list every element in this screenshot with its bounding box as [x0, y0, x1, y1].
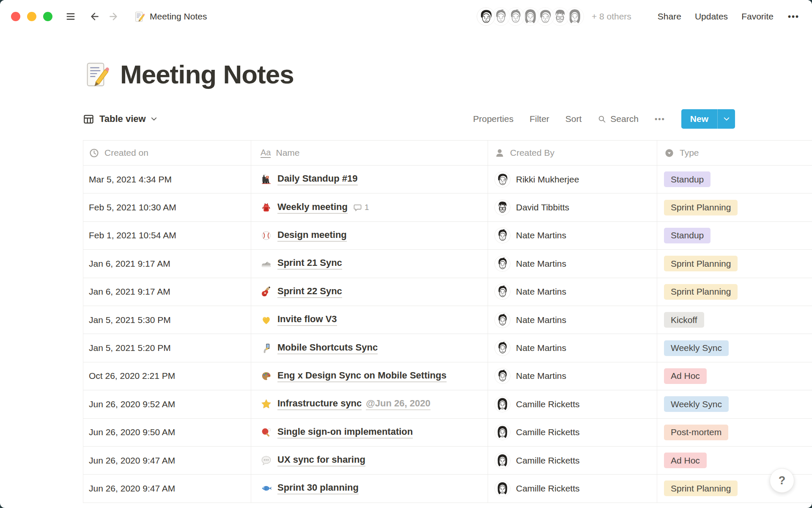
creator-avatar	[494, 199, 510, 215]
minimize-window-button[interactable]	[27, 12, 36, 21]
type-cell: Sprint Planning	[657, 250, 812, 277]
created-by-cell[interactable]: Camille Ricketts	[488, 447, 657, 474]
page-link[interactable]: Design meeting	[277, 229, 347, 242]
created-on-cell[interactable]: Jan 5, 2021 5:30 PM	[83, 306, 251, 334]
page-link[interactable]: Invite flow V3	[277, 314, 337, 326]
heart-icon	[261, 314, 272, 326]
chevron-down-icon	[723, 115, 730, 123]
created-on-cell[interactable]: Mar 5, 2021 4:34 PM	[83, 166, 251, 193]
others-count-label[interactable]: + 8 others	[592, 11, 631, 22]
created-by-cell[interactable]: Nate Martins	[488, 362, 657, 390]
page-link[interactable]: Daily Standup #19	[277, 173, 358, 185]
table-row: Jan 5, 2021 5:20 PMMobile Shortcuts Sync…	[83, 334, 812, 362]
created-on-cell[interactable]: Oct 26, 2020 2:21 PM	[83, 362, 251, 390]
zoom-window-button[interactable]	[43, 12, 52, 21]
creator-name: Nate Martins	[516, 259, 566, 269]
type-badge[interactable]: Standup	[664, 228, 710, 243]
creator-name: Nate Martins	[516, 371, 566, 381]
type-badge[interactable]: Standup	[664, 171, 710, 187]
created-on-cell[interactable]: Jun 26, 2020 9:47 AM	[83, 475, 251, 502]
search-label: Search	[610, 114, 639, 124]
select-icon	[664, 148, 675, 158]
new-button[interactable]: New	[681, 109, 717, 129]
created-by-cell[interactable]: Nate Martins	[488, 334, 657, 362]
page-link[interactable]: Single sign-on implementation	[277, 426, 413, 439]
created-by-cell[interactable]: Rikki Mukherjee	[488, 166, 657, 193]
page-title[interactable]: Meeting Notes	[120, 59, 294, 89]
view-switcher[interactable]: Table view	[83, 113, 158, 125]
type-badge[interactable]: Sprint Planning	[664, 284, 738, 300]
updates-button[interactable]: Updates	[695, 11, 728, 22]
back-arrow-icon[interactable]	[88, 10, 101, 23]
sidebar-menu-icon[interactable]	[64, 10, 77, 23]
help-button[interactable]: ?	[770, 468, 794, 493]
created-by-cell[interactable]: Nate Martins	[488, 250, 657, 277]
view-options-icon[interactable]: •••	[655, 115, 665, 124]
created-by-cell[interactable]: Camille Ricketts	[488, 390, 657, 418]
created-by-cell[interactable]: Camille Ricketts	[488, 419, 657, 446]
baseball-icon	[261, 230, 272, 241]
toolbar-actions: Properties Filter Sort Search ••• New	[473, 109, 735, 129]
created-on-cell[interactable]: Feb 5, 2021 10:30 AM	[83, 193, 251, 221]
sort-button[interactable]: Sort	[565, 114, 582, 124]
memo-icon[interactable]	[83, 61, 110, 88]
created-on-cell[interactable]: Jan 6, 2021 9:17 AM	[83, 250, 251, 277]
column-header-created-on[interactable]: Created on	[83, 141, 251, 165]
type-badge[interactable]: Sprint Planning	[664, 200, 738, 215]
created-on-cell[interactable]: Feb 1, 2021 10:54 AM	[83, 222, 251, 249]
type-badge[interactable]: Weekly Sync	[664, 396, 729, 412]
properties-button[interactable]: Properties	[473, 114, 513, 124]
type-badge[interactable]: Ad Hoc	[664, 368, 707, 384]
created-by-cell[interactable]: Camille Ricketts	[488, 475, 657, 502]
type-badge[interactable]: Sprint Planning	[664, 480, 738, 496]
type-badge[interactable]: Weekly Sync	[664, 340, 729, 356]
type-badge[interactable]: Sprint Planning	[664, 256, 738, 271]
page-link[interactable]: Infrastructure sync	[277, 398, 362, 410]
page-link[interactable]: Sprint 22 Sync	[277, 286, 342, 298]
created-on-cell[interactable]: Jan 6, 2021 9:17 AM	[83, 278, 251, 306]
created-by-cell[interactable]: Nate Martins	[488, 222, 657, 249]
sneaker-icon	[261, 258, 272, 269]
forward-arrow-icon[interactable]	[107, 10, 120, 23]
table-row: Feb 5, 2021 10:30 AMWeekly meeting1David…	[83, 193, 812, 221]
created-on-cell[interactable]: Jan 5, 2021 5:20 PM	[83, 334, 251, 362]
collaborator-avatar[interactable]	[476, 6, 496, 27]
new-dropdown-button[interactable]	[717, 109, 735, 129]
page-link[interactable]: Sprint 30 planning	[277, 482, 359, 494]
name-cell: Daily Standup #19	[251, 166, 488, 193]
more-options-icon[interactable]: •••	[788, 12, 799, 22]
comment-count-label: 1	[365, 203, 369, 212]
creator-name: Nate Martins	[516, 230, 566, 240]
filter-button[interactable]: Filter	[529, 114, 549, 124]
page-link[interactable]: Eng x Design Sync on Mobile Settings	[277, 370, 447, 382]
created-on-cell[interactable]: Jun 26, 2020 9:50 AM	[83, 419, 251, 446]
close-window-button[interactable]	[11, 12, 20, 21]
table-row: Jun 26, 2020 9:47 AMSprint 30 planningCa…	[83, 475, 812, 502]
created-by-cell[interactable]: Nate Martins	[488, 306, 657, 334]
created-by-cell[interactable]: Nate Martins	[488, 278, 657, 306]
page-link[interactable]: Mobile Shortcuts Sync	[277, 342, 378, 354]
page-link[interactable]: Sprint 21 Sync	[277, 257, 342, 270]
created-by-cell[interactable]: David Tibbitts	[488, 193, 657, 221]
column-header-name[interactable]: AaName	[251, 141, 488, 165]
page-link[interactable]: UX sync for sharing	[277, 454, 365, 467]
breadcrumb-page-title[interactable]: Meeting Notes	[150, 11, 207, 22]
creator-avatar	[494, 284, 510, 300]
column-header-type[interactable]: Type	[657, 141, 812, 165]
type-cell: Kickoff	[657, 306, 812, 334]
share-button[interactable]: Share	[658, 11, 681, 22]
created-on-cell[interactable]: Jun 26, 2020 9:52 AM	[83, 390, 251, 418]
meeting-notes-table: Created onAaNameCreated ByType Mar 5, 20…	[83, 140, 812, 503]
name-cell: Weekly meeting1	[251, 193, 488, 221]
comment-count[interactable]: 1	[353, 203, 369, 212]
type-badge[interactable]: Kickoff	[664, 312, 704, 328]
date-mention[interactable]: @Jun 26, 2020	[366, 398, 430, 410]
search-button[interactable]: Search	[598, 114, 639, 124]
column-header-created-by[interactable]: Created By	[488, 141, 657, 165]
type-badge[interactable]: Post-mortem	[664, 425, 728, 440]
created-on-cell[interactable]: Jun 26, 2020 9:47 AM	[83, 447, 251, 474]
type-badge[interactable]: Ad Hoc	[664, 453, 707, 468]
creator-name: Nate Martins	[516, 287, 566, 297]
page-link[interactable]: Weekly meeting	[277, 202, 348, 214]
favorite-button[interactable]: Favorite	[741, 11, 774, 22]
